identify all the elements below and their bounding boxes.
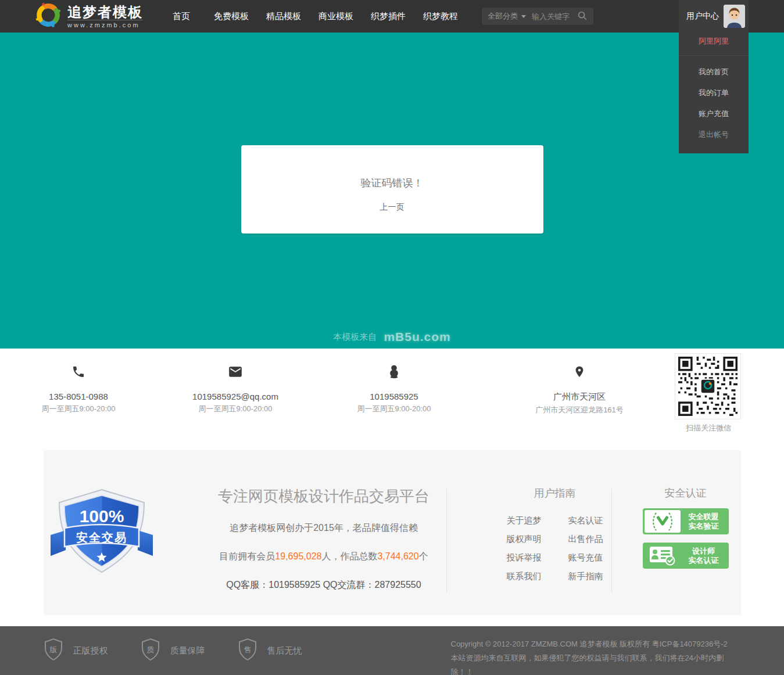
search-category-label: 全部分类 xyxy=(488,11,518,21)
platform-intro: 专注网页模板设计作品交易平台 追梦者模板网创办于2015年，老品牌值得信赖 目前… xyxy=(163,486,485,591)
logo-title: 追梦者模板 xyxy=(67,4,143,20)
watermark-brand: mB5u.com xyxy=(384,330,450,343)
guide-link-about[interactable]: 关于追梦 xyxy=(507,515,542,526)
feature-genuine-license: 版 正版授权 xyxy=(44,638,108,663)
stats-text-1: 目前拥有会员 xyxy=(219,551,275,561)
nav-item-dede-tutorials[interactable]: 织梦教程 xyxy=(414,0,467,33)
contact-address-district: 广州市天河区 xyxy=(492,392,667,403)
badge2-line1: 设计师 xyxy=(681,547,727,556)
svg-text:质: 质 xyxy=(146,645,154,654)
nav-item-free-templates[interactable]: 免费模板 xyxy=(205,0,257,33)
previous-page-link[interactable]: 上一页 xyxy=(380,202,404,213)
page: 追梦者模板 www.zmzmb.com 首页 免费模板 精品模板 商业模板 织梦… xyxy=(0,0,784,675)
message-card: 验证码错误！ 上一页 xyxy=(241,145,543,234)
feature-label: 售后无忧 xyxy=(267,645,302,656)
platform-stats-line: 目前拥有会员19,695,028人，作品总数3,744,620个 xyxy=(163,551,485,563)
contact-strip: 135-8051-0988 周一至周五9:00-20:00 1019585925… xyxy=(0,349,784,450)
feature-aftersales: 售 售后无忧 xyxy=(238,638,302,663)
chevron-down-icon xyxy=(521,15,526,18)
security-heading: 安全认证 xyxy=(631,486,741,500)
qq-service-line: QQ客服：1019585925 QQ交流群：287925550 xyxy=(163,579,485,591)
menu-item-my-homepage[interactable]: 我的首页 xyxy=(679,62,749,82)
search-bar: 全部分类 xyxy=(482,8,593,25)
menu-item-logout[interactable]: 退出帐号 xyxy=(679,124,749,145)
copyright-line-2: 本站资源均来自互联网，如果侵犯了您的权益请与我们联系，我们将在24小时内删除！！ xyxy=(451,651,741,675)
guide-column-2: 实名认证 出售作品 账号充值 新手指南 xyxy=(568,515,603,582)
guide-column-1: 关于追梦 版权声明 投诉举报 联系我们 xyxy=(507,515,542,582)
watermark-prefix: 本模板来自 xyxy=(333,332,377,342)
panel-divider xyxy=(446,489,447,593)
contact-email-address: 1019585925@qq.com xyxy=(177,392,293,401)
qr-caption: 扫描关注微信 xyxy=(668,423,749,433)
menu-item-my-orders[interactable]: 我的订单 xyxy=(679,82,749,103)
search-icon xyxy=(577,10,588,23)
guide-link-copyright[interactable]: 版权声明 xyxy=(507,534,542,545)
nav-item-dede-plugins[interactable]: 织梦插件 xyxy=(362,0,414,33)
platform-history-line: 追梦者模板网创办于2015年，老品牌值得信赖 xyxy=(163,522,485,534)
contact-phone-number: 135-8051-0988 xyxy=(20,392,137,401)
copyright-line-1: Copyright © 2012-2017 ZMZMB.COM 追梦者模板 版权… xyxy=(451,637,741,651)
guide-link-report[interactable]: 投诉举报 xyxy=(507,552,542,563)
shield-ban-icon: 版 xyxy=(44,638,63,663)
search-input[interactable] xyxy=(532,12,577,21)
logo-url: www.zmzmb.com xyxy=(67,20,143,28)
guide-link-sell[interactable]: 出售作品 xyxy=(568,534,603,545)
member-count: 19,695,028 xyxy=(275,551,321,561)
stats-text-3: 个 xyxy=(419,551,428,561)
menu-item-account-recharge[interactable]: 账户充值 xyxy=(679,103,749,124)
search-button[interactable] xyxy=(577,10,588,23)
user-guide-heading: 用户指南 xyxy=(459,486,651,500)
user-center-label: 用户中心 xyxy=(686,11,719,21)
work-count: 3,744,620 xyxy=(377,551,418,561)
spacer xyxy=(0,615,784,626)
search-category-dropdown[interactable]: 全部分类 xyxy=(488,11,526,21)
footer-features: 版 正版授权 质 质量保障 xyxy=(44,626,302,675)
stats-text-2: 人，作品总数 xyxy=(321,551,377,561)
user-center-dropdown: 用户中心 阿里阿里 我的首页 我的订单 账户充值 退出帐号 xyxy=(679,0,749,153)
user-center-toggle[interactable]: 用户中心 xyxy=(679,0,749,33)
id-card-check-icon xyxy=(645,544,681,567)
feature-label: 正版授权 xyxy=(73,645,108,656)
bottom-footer: 版 正版授权 质 质量保障 xyxy=(0,626,784,675)
platform-heading: 专注网页模板设计作品交易平台 xyxy=(163,486,485,507)
nav-item-premium-templates[interactable]: 精品模板 xyxy=(257,0,310,33)
copyright-block: Copyright © 2012-2017 ZMZMB.COM 追梦者模板 版权… xyxy=(451,637,741,675)
contact-phone: 135-8051-0988 周一至周五9:00-20:00 xyxy=(20,364,137,414)
top-navbar: 追梦者模板 www.zmzmb.com 首页 免费模板 精品模板 商业模板 织梦… xyxy=(0,0,784,33)
logo-text: 追梦者模板 www.zmzmb.com xyxy=(67,5,143,28)
nav-item-home[interactable]: 首页 xyxy=(164,0,205,33)
contact-phone-hours: 周一至周五9:00-20:00 xyxy=(20,404,137,414)
location-icon xyxy=(492,364,667,380)
hero-section: 验证码错误！ 上一页 本模板来自 mB5u.com xyxy=(0,33,784,349)
guide-link-newbie[interactable]: 新手指南 xyxy=(568,571,603,582)
qq-icon xyxy=(336,364,452,380)
guide-link-realname[interactable]: 实名认证 xyxy=(568,515,603,526)
contact-qq-hours: 周一至周五9:00-20:00 xyxy=(336,404,452,414)
wechat-qr-code xyxy=(675,353,741,419)
security-alliance-badge[interactable]: 安全联盟 实名验证 xyxy=(643,508,729,534)
badge1-line2: 实名验证 xyxy=(681,522,727,531)
template-watermark: 本模板来自 mB5u.com xyxy=(0,330,784,344)
feature-quality-guarantee: 质 质量保障 xyxy=(141,638,205,663)
error-message: 验证码错误！ xyxy=(241,176,543,190)
svg-text:版: 版 xyxy=(49,645,57,654)
pinwheel-logo-icon xyxy=(35,2,62,31)
security-badge-text: 安全联盟 实名验证 xyxy=(681,512,727,531)
avatar[interactable] xyxy=(724,5,745,28)
phone-icon xyxy=(20,364,137,380)
badge-label-text: 安全交易 xyxy=(76,531,127,544)
security-certification: 安全认证 安全联盟 实名验证 xyxy=(631,486,741,569)
username-link[interactable]: 阿里阿里 xyxy=(679,33,749,55)
nav-item-commercial-templates[interactable]: 商业模板 xyxy=(310,0,362,33)
mail-icon xyxy=(177,364,293,380)
guide-link-recharge[interactable]: 账号充值 xyxy=(568,552,603,563)
contact-address: 广州市天河区 广州市天河区迎龙路161号 xyxy=(492,364,667,415)
info-panel: 100% 安全交易 专注网页模板设计作品交易平台 追梦者模板网创办于2015年，… xyxy=(44,450,741,615)
contact-qq: 1019585925 周一至周五9:00-20:00 xyxy=(336,364,452,414)
main-nav: 首页 免费模板 精品模板 商业模板 织梦插件 织梦教程 xyxy=(164,0,467,33)
guide-link-contact[interactable]: 联系我们 xyxy=(507,571,542,582)
svg-text:售: 售 xyxy=(244,645,251,654)
designer-realname-badge[interactable]: 设计师 实名认证 xyxy=(643,543,729,569)
site-logo[interactable]: 追梦者模板 www.zmzmb.com xyxy=(35,2,143,31)
dropdown-divider xyxy=(679,55,749,56)
